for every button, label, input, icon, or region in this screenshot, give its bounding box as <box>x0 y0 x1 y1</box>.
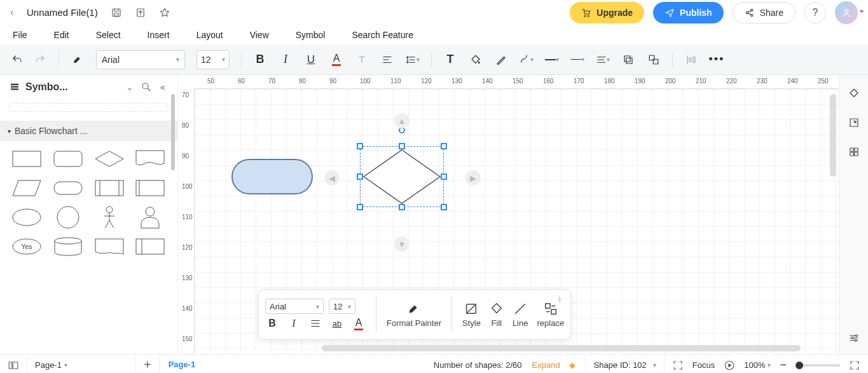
sidebar-scrollbar[interactable] <box>171 94 175 170</box>
line-style-button[interactable]: ▾ <box>545 53 559 67</box>
resize-handle[interactable] <box>441 173 447 180</box>
menu-search-feature[interactable]: Search Feature <box>352 30 413 40</box>
direction-arrow-left[interactable]: ◀ <box>324 170 340 186</box>
back-button[interactable]: ‹ <box>10 6 14 19</box>
expand-link[interactable]: Expand <box>532 360 560 370</box>
shape-internal-storage[interactable] <box>132 235 168 258</box>
direction-arrow-up[interactable]: ▲ <box>394 113 410 128</box>
shape-card[interactable] <box>92 235 127 258</box>
menu-select[interactable]: Select <box>96 30 121 40</box>
bold-button[interactable]: B <box>253 53 267 67</box>
shape-ellipse[interactable] <box>9 206 45 229</box>
float-size-select[interactable]: 12▾ <box>329 299 355 314</box>
canvas[interactable]: ▲ ▼ ◀ ▶ Arial▾ 12▾ B I ab A <box>195 89 839 354</box>
float-font-color-button[interactable]: A <box>352 316 366 330</box>
expand-icon[interactable]: ⌄ <box>124 81 135 93</box>
zoom-out-button[interactable]: − <box>780 358 787 372</box>
menu-view[interactable]: View <box>250 30 269 40</box>
shape-stored-data[interactable] <box>132 177 168 200</box>
search-icon[interactable] <box>141 81 152 93</box>
shape-rounded-rect[interactable] <box>50 147 86 170</box>
page-selector[interactable]: Page-1▾ <box>27 355 135 373</box>
zoom-select[interactable]: 100%▾ <box>744 360 771 370</box>
menu-file[interactable]: File <box>13 30 27 40</box>
file-name[interactable]: Unnamed File(1) <box>27 7 98 18</box>
float-line[interactable]: Line <box>513 294 528 336</box>
badge-icon[interactable]: ◆ <box>567 360 578 371</box>
float-text-case-button[interactable]: ab <box>330 316 344 330</box>
more-button[interactable]: ••• <box>710 53 724 67</box>
group-button[interactable] <box>647 53 661 67</box>
font-color-button[interactable]: A <box>329 53 343 67</box>
float-fill[interactable]: Fill <box>490 294 504 336</box>
resize-handle[interactable] <box>357 143 363 149</box>
line-color-button[interactable] <box>494 53 508 67</box>
zoom-slider[interactable] <box>796 364 840 367</box>
shape-decision[interactable] <box>92 147 127 170</box>
resize-handle[interactable] <box>357 173 363 180</box>
pages-panel-icon[interactable] <box>8 360 19 371</box>
focus-label[interactable]: Focus <box>692 360 715 370</box>
play-icon[interactable] <box>724 360 735 371</box>
collapse-sidebar-icon[interactable]: « <box>157 81 169 93</box>
shape-yes[interactable]: Yes <box>9 235 45 258</box>
direction-arrow-down[interactable]: ▼ <box>394 236 410 252</box>
canvas-scroll-v[interactable] <box>830 94 836 177</box>
direction-arrow-right[interactable]: ▶ <box>465 170 481 186</box>
canvas-shape-decision-selected[interactable] <box>360 146 444 207</box>
add-page-button[interactable]: + <box>135 355 160 373</box>
align-button[interactable] <box>380 53 394 67</box>
focus-icon[interactable] <box>672 360 684 371</box>
apps-icon[interactable] <box>847 145 861 159</box>
shape-data[interactable] <box>9 177 45 200</box>
publish-button[interactable]: Publish <box>653 2 724 24</box>
italic-button[interactable]: I <box>279 53 293 67</box>
align-distribute-button[interactable] <box>684 53 698 67</box>
save-icon[interactable] <box>111 7 122 18</box>
font-size-select[interactable]: 12▾ <box>196 50 230 69</box>
menu-symbol[interactable]: Symbol <box>296 30 326 40</box>
arrow-style-button[interactable]: ▾ <box>596 53 610 67</box>
shape-terminator[interactable] <box>50 177 86 200</box>
pin-icon[interactable] <box>555 295 564 306</box>
text-clear-button[interactable] <box>355 53 369 67</box>
text-button[interactable]: T <box>443 53 457 67</box>
canvas-scroll-h[interactable] <box>322 345 801 351</box>
undo-button[interactable] <box>10 53 24 67</box>
format-painter-button[interactable] <box>71 53 85 67</box>
fullscreen-icon[interactable] <box>849 360 860 371</box>
canvas-shape-terminator[interactable] <box>231 159 313 194</box>
shape-document[interactable] <box>132 147 168 170</box>
line-weight-button[interactable]: ▾ <box>570 53 584 67</box>
redo-button[interactable] <box>33 53 47 67</box>
float-italic-button[interactable]: I <box>287 316 301 330</box>
shape-predefined[interactable] <box>92 177 127 200</box>
fill-button[interactable] <box>469 53 483 67</box>
category-header[interactable]: ▾ Basic Flowchart ... <box>0 121 177 141</box>
upgrade-button[interactable]: Upgrade <box>570 2 644 24</box>
resize-handle[interactable] <box>399 204 405 210</box>
shape-process[interactable] <box>9 147 45 170</box>
resize-handle[interactable] <box>357 204 363 210</box>
float-bold-button[interactable]: B <box>265 316 279 330</box>
help-button[interactable]: ? <box>804 2 826 24</box>
settings-panel-icon[interactable] <box>847 331 861 345</box>
resize-handle[interactable] <box>441 204 447 210</box>
share-button[interactable]: Share <box>733 2 796 24</box>
font-select[interactable]: Arial▾ <box>96 50 185 69</box>
front-back-button[interactable] <box>621 53 635 67</box>
float-font-select[interactable]: Arial▾ <box>265 299 324 314</box>
float-align-button[interactable] <box>308 316 322 330</box>
resize-handle[interactable] <box>399 143 405 149</box>
menu-layout[interactable]: Layout <box>196 30 223 40</box>
export-panel-icon[interactable] <box>847 116 861 130</box>
export-icon[interactable] <box>135 7 146 18</box>
shape-database[interactable] <box>50 235 86 258</box>
float-style[interactable]: Style <box>462 294 481 336</box>
page-tab-active[interactable]: Page-1 <box>160 356 205 374</box>
connector-button[interactable]: ▾ <box>520 53 534 67</box>
menu-insert[interactable]: Insert <box>148 30 170 40</box>
theme-icon[interactable] <box>847 86 861 100</box>
shape-actor[interactable] <box>92 206 127 229</box>
shape-user[interactable] <box>132 206 168 229</box>
